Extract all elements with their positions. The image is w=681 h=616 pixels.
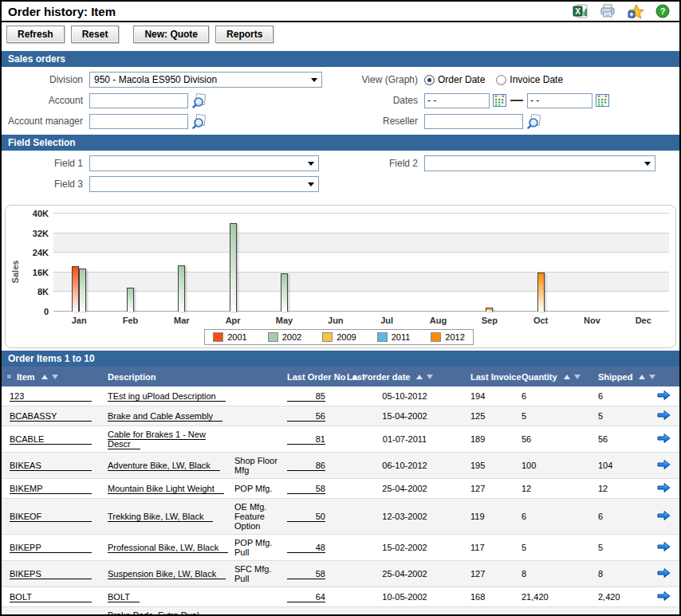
last-order-no-link[interactable]: 85 [287, 391, 325, 402]
item-link[interactable]: BCABLE [10, 434, 92, 445]
order-item-row: BPADSBrake Pads, Extra Dual Pivot6014-05… [2, 607, 679, 616]
export-excel-icon[interactable]: X [573, 4, 588, 18]
refresh-button[interactable]: Refresh [6, 26, 65, 43]
description-link[interactable]: Suspension Bike, LW, Black [108, 569, 226, 579]
invoice-date-radio[interactable]: Invoice Date [496, 74, 574, 85]
date-to-input[interactable] [527, 93, 592, 108]
last-order-no-link[interactable]: 56 [287, 411, 325, 422]
mfg-type-cell [233, 426, 282, 453]
field1-select[interactable] [89, 155, 319, 171]
legend-swatch [377, 332, 388, 342]
shipped-cell: 104 [593, 453, 646, 479]
row-detail-cell [646, 453, 679, 479]
reseller-lookup-icon[interactable] [526, 114, 542, 129]
row-detail-arrow-icon[interactable] [657, 485, 671, 495]
description-link[interactable]: Mountain Bike Light Weight [108, 484, 224, 494]
description-link[interactable]: BOLT [108, 592, 140, 602]
last-invoice-cell: 127 [466, 561, 517, 587]
row-detail-arrow-icon[interactable] [657, 462, 671, 472]
sort-ascending-icon[interactable] [639, 375, 645, 379]
column-header-last-order-no[interactable]: Last Order No [282, 367, 342, 386]
item-link[interactable]: BIKEPP [10, 543, 92, 553]
item-link[interactable]: BOLT [10, 592, 92, 602]
description-cell: Cable for Brakes 1 - New Descr [103, 426, 233, 453]
bar-2002-apr [230, 223, 237, 312]
quantity-cell: 6 [517, 386, 593, 406]
column-header-shipped[interactable]: Shipped [593, 367, 646, 386]
sort-descending-icon[interactable] [427, 375, 433, 379]
chart-month-slot-jun [310, 214, 361, 312]
quantity-cell: 12 [517, 479, 593, 499]
last-order-no-link[interactable]: 50 [287, 512, 325, 522]
field2-select[interactable] [424, 155, 655, 171]
last-order-no-link[interactable]: 48 [287, 543, 325, 553]
reseller-input[interactable] [424, 114, 523, 129]
sort-ascending-icon[interactable] [41, 375, 48, 379]
date-to-calendar-icon[interactable] [596, 94, 609, 107]
legend-label: 2009 [337, 332, 356, 342]
last-invoice-cell: 168 [466, 587, 517, 607]
help-icon[interactable]: ? [655, 4, 670, 18]
column-header-last-order-date[interactable]: Last order date [342, 367, 466, 386]
last-order-no-link[interactable]: 58 [287, 569, 325, 579]
order-date-radio[interactable]: Order Date [424, 74, 496, 85]
last-order-no-link[interactable]: 81 [287, 434, 325, 445]
last-order-no-link[interactable]: 64 [287, 592, 325, 602]
last-order-no-link[interactable]: 86 [287, 461, 325, 471]
sort-ascending-icon[interactable] [564, 375, 570, 379]
last-order-no-link[interactable]: 58 [287, 484, 325, 494]
chart-month-slot-feb [104, 214, 155, 312]
item-link[interactable]: 123 [10, 391, 92, 402]
account-lookup-icon[interactable] [191, 93, 207, 108]
legend-swatch [431, 332, 441, 342]
reports-button[interactable]: Reports [215, 26, 274, 43]
description-link[interactable]: Brake and Cable Assembly [108, 411, 222, 422]
description-link[interactable]: Cable for Brakes 1 - New Descr [108, 430, 206, 449]
column-header-description: Description [103, 367, 233, 386]
description-link[interactable]: Brake Pads, Extra Dual Pivot [108, 610, 199, 616]
division-select[interactable]: 950 - Macola ES950 Division [89, 72, 322, 88]
row-detail-cell [646, 479, 679, 499]
item-link[interactable]: BIKEPS [10, 569, 92, 579]
row-detail-arrow-icon[interactable] [657, 571, 671, 580]
print-icon[interactable] [600, 4, 616, 18]
last-order-no-cell: 58 [282, 561, 342, 587]
sort-descending-icon[interactable] [574, 375, 581, 379]
row-detail-arrow-icon[interactable] [657, 513, 671, 523]
item-link[interactable]: BIKEOF [10, 512, 92, 522]
description-link[interactable]: TEst ing uPload Description [108, 391, 226, 402]
x-tick-label: Aug [412, 316, 463, 325]
reset-button[interactable]: Reset [71, 26, 120, 43]
dates-label: Dates [344, 95, 424, 106]
row-detail-arrow-icon[interactable] [657, 413, 671, 422]
sort-descending-icon[interactable] [52, 375, 58, 379]
new-quote-button[interactable]: New: Quote [133, 26, 209, 43]
item-cell: 123 [2, 386, 103, 406]
row-detail-arrow-icon[interactable] [657, 436, 671, 445]
item-link[interactable]: BIKEAS [10, 461, 92, 471]
item-link[interactable]: BIKEMP [10, 484, 92, 494]
account-manager-input[interactable] [89, 114, 188, 129]
row-detail-arrow-icon[interactable] [657, 544, 671, 554]
sort-ascending-icon[interactable] [416, 375, 423, 379]
account-input[interactable] [89, 93, 188, 108]
item-link[interactable]: BCABASSY [10, 411, 92, 422]
sort-descending-icon[interactable] [649, 375, 655, 379]
last-order-date-cell: 10-05-2002 [342, 587, 466, 607]
chart-month-slot-may [258, 214, 309, 312]
column-header-quantity[interactable]: Quantity [517, 367, 593, 386]
favorites-star-icon[interactable] [628, 4, 644, 19]
account-manager-lookup-icon[interactable] [191, 114, 207, 129]
date-from-calendar-icon[interactable] [493, 94, 506, 107]
column-header-item[interactable]: Item [2, 367, 103, 386]
row-detail-arrow-icon[interactable] [657, 594, 671, 603]
description-link[interactable]: Trekking Bike, LW, Black [108, 512, 213, 522]
date-from-input[interactable] [424, 93, 490, 108]
description-link[interactable]: Professional Bike, LW, Black [108, 543, 228, 553]
order-item-row: BCABLECable for Brakes 1 - New Descr8101… [2, 426, 679, 453]
description-link[interactable]: Adventure Bike, LW, Black [108, 461, 220, 471]
field3-select[interactable] [89, 176, 319, 192]
row-detail-arrow-icon[interactable] [657, 393, 671, 402]
field-selection-form: Field 1 Field 3 Field 2 [2, 151, 679, 198]
order-item-row: BIKEOFTrekking Bike, LW, BlackOE Mfg. Fe… [2, 499, 679, 535]
